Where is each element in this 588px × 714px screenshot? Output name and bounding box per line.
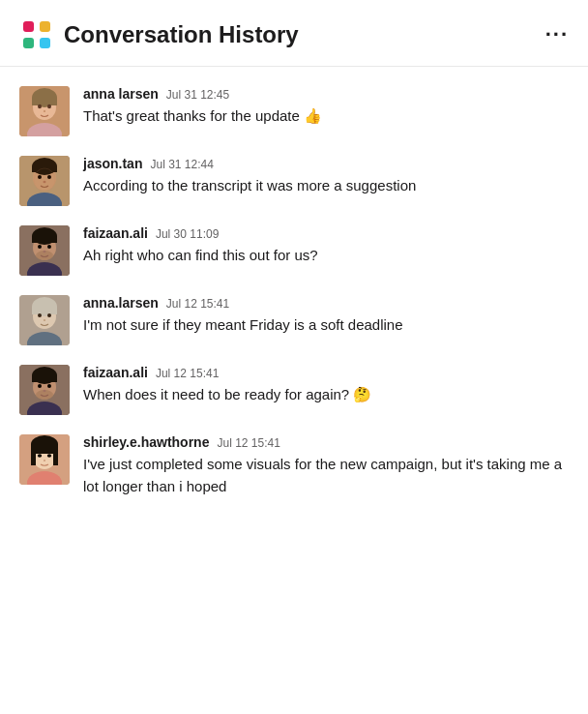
message-time: Jul 31 12:45 [166, 88, 229, 102]
svg-point-27 [38, 245, 42, 249]
message-meta: jason.tan Jul 31 12:44 [83, 156, 569, 171]
svg-point-11 [44, 110, 45, 112]
avatar [19, 365, 70, 415]
svg-rect-1 [40, 21, 50, 32]
messages-list: anna larsen Jul 31 12:45 That's great th… [0, 67, 588, 517]
svg-rect-7 [32, 98, 57, 105]
svg-rect-52 [53, 444, 58, 465]
avatar [19, 225, 70, 276]
svg-rect-0 [23, 21, 34, 32]
message-time: Jul 30 11:09 [156, 227, 219, 241]
list-item: faizaan.ali Jul 30 11:09 Ah right who ca… [0, 216, 588, 285]
message-meta: faizaan.ali Jul 30 11:09 [83, 225, 569, 241]
svg-point-19 [44, 181, 46, 183]
svg-point-55 [47, 454, 51, 458]
svg-rect-24 [32, 236, 57, 243]
svg-point-18 [47, 175, 51, 179]
svg-point-17 [38, 175, 42, 179]
message-author: anna larsen [83, 86, 159, 102]
avatar [19, 86, 70, 136]
message-content: anna larsen Jul 31 12:45 That's great th… [83, 86, 569, 128]
header-left: Conversation History [19, 17, 299, 52]
message-author: anna.larsen [83, 295, 159, 311]
message-meta: shirley.e.hawthorne Jul 12 15:41 [83, 434, 569, 450]
message-text: I've just completed some visuals for the… [83, 454, 569, 497]
svg-rect-33 [32, 307, 57, 314]
svg-point-35 [38, 313, 42, 317]
svg-point-10 [47, 104, 51, 108]
avatar [19, 156, 70, 206]
message-time: Jul 12 15:41 [156, 367, 219, 380]
message-meta: anna.larsen Jul 12 15:41 [83, 295, 569, 311]
message-text: I'm not sure if they meant Friday is a s… [83, 314, 569, 337]
message-text: That's great thanks for the update 👍 [83, 105, 569, 128]
list-item: anna larsen Jul 31 12:45 That's great th… [0, 76, 588, 146]
svg-rect-41 [32, 375, 57, 382]
message-text: When does it need to be ready for again?… [83, 384, 569, 406]
list-item: anna.larsen Jul 12 15:41 I'm not sure if… [0, 285, 588, 355]
header: Conversation History ··· [0, 0, 588, 67]
svg-point-56 [44, 460, 45, 461]
message-author: faizaan.ali [83, 225, 148, 241]
avatar [19, 295, 70, 345]
message-meta: faizaan.ali Jul 12 15:41 [83, 365, 569, 380]
message-author: shirley.e.hawthorne [83, 434, 209, 450]
message-text: According to the transcript it was more … [83, 175, 569, 197]
app-container: Conversation History ··· [0, 0, 588, 517]
svg-point-28 [47, 245, 51, 249]
message-text: Ah right who can find this out for us? [83, 245, 569, 267]
svg-point-37 [44, 319, 45, 321]
message-content: shirley.e.hawthorne Jul 12 15:41 I've ju… [83, 434, 569, 497]
message-content: faizaan.ali Jul 30 11:09 Ah right who ca… [83, 225, 569, 267]
list-item: faizaan.ali Jul 12 15:41 When does it ne… [0, 355, 588, 425]
svg-point-29 [44, 251, 46, 253]
svg-point-54 [38, 454, 42, 458]
message-meta: anna larsen Jul 31 12:45 [83, 86, 569, 102]
svg-rect-3 [40, 38, 50, 48]
message-time: Jul 12 15:41 [166, 297, 229, 311]
svg-point-44 [38, 384, 42, 388]
message-author: faizaan.ali [83, 365, 148, 380]
message-time: Jul 31 12:44 [150, 158, 213, 171]
page-title: Conversation History [64, 21, 299, 48]
avatar [19, 434, 70, 485]
svg-rect-2 [23, 38, 34, 48]
message-author: jason.tan [83, 156, 142, 171]
list-item: jason.tan Jul 31 12:44 According to the … [0, 146, 588, 216]
message-content: anna.larsen Jul 12 15:41 I'm not sure if… [83, 295, 569, 337]
svg-point-36 [47, 313, 51, 317]
svg-point-46 [44, 390, 46, 392]
svg-rect-51 [31, 444, 36, 465]
svg-point-45 [47, 384, 51, 388]
more-options-icon[interactable]: ··· [545, 22, 569, 47]
message-content: faizaan.ali Jul 12 15:41 When does it ne… [83, 365, 569, 406]
list-item: shirley.e.hawthorne Jul 12 15:41 I've ju… [0, 425, 588, 507]
slack-logo-icon [19, 17, 54, 52]
svg-rect-15 [32, 166, 57, 172]
message-content: jason.tan Jul 31 12:44 According to the … [83, 156, 569, 197]
svg-point-9 [38, 104, 42, 108]
message-time: Jul 12 15:41 [217, 436, 279, 450]
